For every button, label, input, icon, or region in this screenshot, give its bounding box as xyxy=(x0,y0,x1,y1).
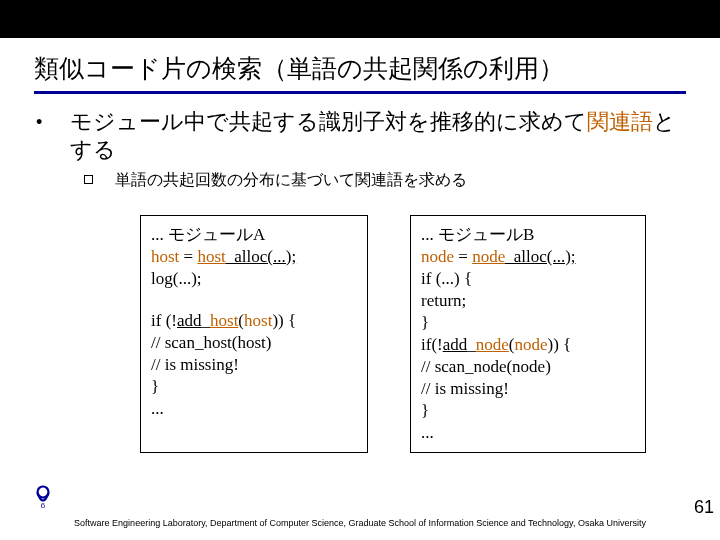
logo-badge-text: 6 xyxy=(41,501,46,510)
code-hl: host xyxy=(151,247,179,266)
code-hl: host xyxy=(210,311,238,330)
code-text: )) { xyxy=(548,335,572,354)
code-text: = xyxy=(454,247,472,266)
code-line: // is missing! xyxy=(421,378,635,400)
code-text: _ xyxy=(467,335,476,354)
top-black-bar xyxy=(0,0,720,38)
code-hl: node xyxy=(472,247,505,266)
module-a-box: ... モジュールA host = host_alloc(...); log(.… xyxy=(140,215,368,453)
slide-title: 類似コード片の検索（単語の共起関係の利用） xyxy=(0,38,720,89)
sub-bullet-text: 単語の共起回数の分布に基づいて関連語を求める xyxy=(115,170,467,191)
code-line: if (!add_host(host)) { xyxy=(151,310,357,332)
code-hl: host xyxy=(197,247,225,266)
footer-text: Software Engineering Laboratory, Departm… xyxy=(0,518,720,528)
code-line: if (...) { xyxy=(421,268,635,290)
title-rule xyxy=(34,91,686,94)
code-hl: node xyxy=(514,335,547,354)
code-line: // scan_node(node) xyxy=(421,356,635,378)
code-line: ... モジュールA xyxy=(151,224,357,246)
code-line: // scan_host(host) xyxy=(151,332,357,354)
page-number: 61 xyxy=(694,497,714,518)
code-line: ... モジュールB xyxy=(421,224,635,246)
code-text: )) { xyxy=(272,311,296,330)
code-line: } xyxy=(421,400,635,422)
code-boxes-row: ... モジュールA host = host_alloc(...); log(.… xyxy=(140,215,720,453)
code-text: _ xyxy=(202,311,211,330)
code-text: _alloc(...); xyxy=(505,247,575,266)
code-line: return; xyxy=(421,290,635,312)
bullet-text: モジュール中で共起する識別子対を推移的に求めて関連語とする xyxy=(70,108,690,164)
code-text: add xyxy=(177,311,202,330)
code-text: if (! xyxy=(151,311,177,330)
square-bullet-icon xyxy=(84,175,93,184)
code-line: log(...); xyxy=(151,268,357,290)
module-b-box: ... モジュールB node = node_alloc(...); if (.… xyxy=(410,215,646,453)
sub-bullet-item: 単語の共起回数の分布に基づいて関連語を求める xyxy=(84,170,720,191)
blank-line xyxy=(151,290,357,310)
code-text: _alloc(...); xyxy=(226,247,296,266)
bullet-pre: モジュール中で共起する識別子対を推移的に求めて xyxy=(70,110,587,134)
code-hl: node xyxy=(421,247,454,266)
bullet-dot-icon: • xyxy=(36,108,42,136)
code-hl: node xyxy=(476,335,509,354)
code-line: if(!add_node(node)) { xyxy=(421,334,635,356)
code-line: ... xyxy=(151,398,357,420)
bullet-item: • モジュール中で共起する識別子対を推移的に求めて関連語とする xyxy=(36,108,720,164)
code-line: ... xyxy=(421,422,635,444)
code-line: } xyxy=(421,312,635,334)
code-line: // is missing! xyxy=(151,354,357,376)
code-hl: host xyxy=(244,311,272,330)
code-line: node = node_alloc(...); xyxy=(421,246,635,268)
code-line: host = host_alloc(...); xyxy=(151,246,357,268)
code-text: if(! xyxy=(421,335,443,354)
code-line: } xyxy=(151,376,357,398)
code-text: add xyxy=(443,335,468,354)
lab-logo-icon: 6 xyxy=(30,484,56,510)
code-text: = xyxy=(179,247,197,266)
bullet-highlight: 関連語 xyxy=(587,110,653,134)
